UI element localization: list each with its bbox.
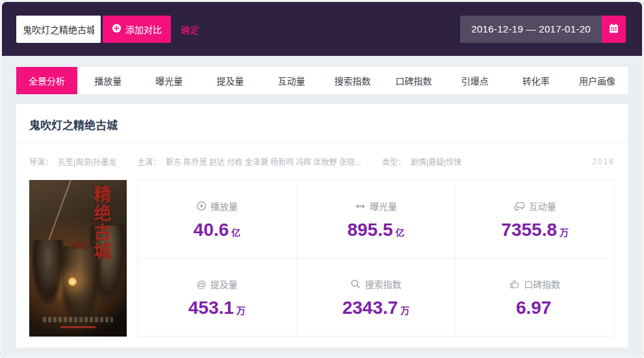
release-year: 2016 [592, 157, 615, 166]
stat-label-text: 提及量 [210, 277, 237, 290]
stat-search-index: 搜索指数 2343.7万 [297, 259, 456, 336]
tab-playback[interactable]: 播放量 [77, 67, 138, 94]
cast-group: 主演：靳东 陈乔恩 赵达 付枚 金泽灏 杨新鸣 冯晖 匡牧野 张晓... [137, 156, 361, 167]
cast-label: 主演： [137, 158, 161, 167]
tab-mentions[interactable]: 提及量 [200, 67, 261, 94]
app-window: 添加对比 确定 2016-12-19 — 2017-01-20 全景分析 播放量… [0, 0, 644, 358]
date-range-value: 2016-12-19 — 2017-01-20 [460, 16, 602, 43]
genre-group: 类型：剧情|悬疑|惊悚 [382, 156, 461, 167]
stat-value: 6.97 [516, 299, 554, 317]
play-circle-icon [196, 201, 207, 211]
stat-label-text: 口碑指数 [524, 277, 560, 290]
genre-label: 类型： [382, 158, 406, 167]
stat-label-text: 搜索指数 [365, 277, 401, 290]
top-header-bar: 添加对比 确定 2016-12-19 — 2017-01-20 [2, 2, 642, 56]
stat-value: 7355.8万 [501, 221, 569, 239]
poster-credits-strip [60, 326, 96, 328]
plus-circle-icon [112, 23, 122, 35]
eye-icon [355, 201, 366, 212]
at-icon: @ [196, 279, 206, 290]
stats-grid: 播放量 40.6亿 曝光量 895.5亿 [137, 180, 615, 337]
show-meta-row: 导演：孔笙|周游|孙墨龙 主演：靳东 陈乔恩 赵达 付枚 金泽灏 杨新鸣 冯晖 … [16, 143, 628, 177]
stat-unit: 亿 [231, 227, 240, 238]
stat-interaction: 互动量 7355.8万 [456, 181, 614, 258]
stat-unit: 万 [400, 305, 409, 316]
stat-unit: 万 [560, 227, 569, 238]
tab-user-profile[interactable]: 用户画像 [567, 67, 628, 94]
tab-overview[interactable]: 全景分析 [16, 67, 77, 94]
poster-subtitle-text: 鬼吹灯 [71, 242, 89, 250]
card-content-row: 精绝古城 鬼吹灯 播放量 40.6亿 [16, 177, 628, 350]
thumbs-up-icon [509, 279, 520, 289]
poster-image: 精绝古城 鬼吹灯 [29, 180, 127, 337]
stat-label-text: 播放量 [211, 199, 238, 212]
tab-reputation-index[interactable]: 口碑指数 [383, 67, 444, 94]
add-compare-button[interactable]: 添加对比 [103, 16, 171, 43]
stat-exposure: 曝光量 895.5亿 [297, 181, 456, 258]
stat-unit: 亿 [396, 227, 405, 238]
calendar-button[interactable] [602, 16, 626, 43]
tab-exposure[interactable]: 曝光量 [138, 67, 200, 94]
show-title: 鬼吹灯之精绝古城 [16, 104, 628, 143]
comments-icon [514, 201, 525, 212]
tab-conversion-rate[interactable]: 转化率 [506, 67, 567, 94]
nav-tabs: 全景分析 播放量 曝光量 提及量 互动量 搜索指数 口碑指数 引爆点 转化率 用… [16, 67, 628, 94]
poster-credits-decor [43, 317, 113, 322]
director-group: 导演：孔笙|周游|孙墨龙 [29, 156, 116, 167]
cast-value: 靳东 陈乔恩 赵达 付枚 金泽灏 杨新鸣 冯晖 匡牧野 张晓... [166, 158, 361, 167]
confirm-link[interactable]: 确定 [181, 23, 199, 36]
stat-playback: 播放量 40.6亿 [138, 181, 296, 258]
date-range-picker[interactable]: 2016-12-19 — 2017-01-20 [460, 16, 626, 43]
stat-reputation-index: 口碑指数 6.97 [456, 259, 614, 336]
stat-mention: @ 提及量 453.1万 [138, 259, 296, 336]
poster-title-text: 精绝古城 [92, 185, 110, 261]
director-label: 导演： [29, 158, 53, 167]
stat-label-text: 互动量 [529, 199, 556, 212]
stat-unit: 万 [237, 305, 246, 316]
tab-search-index[interactable]: 搜索指数 [322, 67, 383, 94]
tab-ignition-point[interactable]: 引爆点 [444, 67, 506, 94]
poster-lantern-glow [68, 277, 77, 286]
show-summary-card: 鬼吹灯之精绝古城 导演：孔笙|周游|孙墨龙 主演：靳东 陈乔恩 赵达 付枚 金泽… [16, 104, 628, 348]
stat-value: 453.1万 [188, 299, 246, 317]
stat-value: 895.5亿 [347, 221, 404, 239]
director-value: 孔笙|周游|孙墨龙 [58, 158, 116, 167]
add-compare-label: 添加对比 [125, 23, 162, 36]
title-search-input[interactable] [16, 16, 101, 43]
stat-value: 2343.7万 [342, 299, 410, 317]
search-icon [350, 279, 361, 289]
stat-value: 40.6亿 [194, 221, 241, 239]
calendar-icon [608, 23, 619, 36]
stat-label-text: 曝光量 [370, 199, 397, 212]
tab-interactions[interactable]: 互动量 [261, 67, 322, 94]
genre-value: 剧情|悬疑|惊悚 [411, 158, 461, 167]
